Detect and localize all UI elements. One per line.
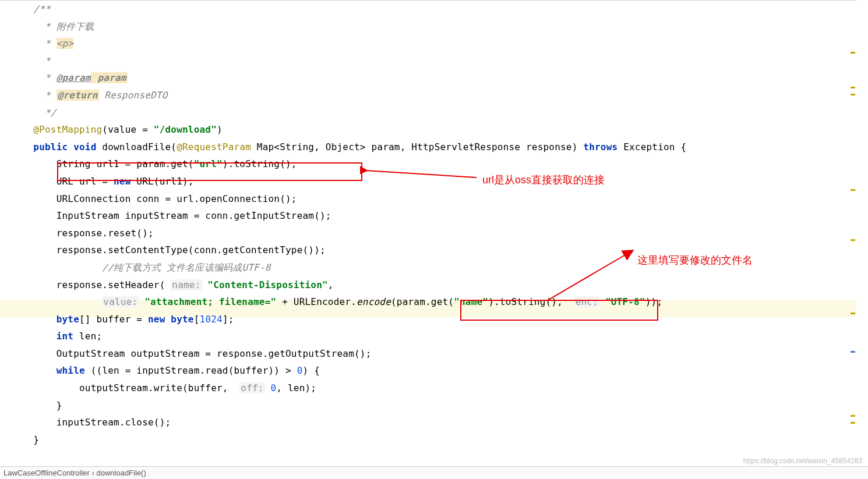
code-area[interactable]: /** * 附件下载 * <p> * * @param param * @ret… — [10, 1, 856, 448]
breadcrumb-class[interactable]: LawCaseOfflineController — [3, 469, 90, 477]
breadcrumb-method[interactable]: downloadFile() — [96, 469, 146, 477]
breadcrumb-separator: › — [90, 469, 97, 477]
watermark: https://blog.csdn.net/weixin_45854283 — [743, 457, 862, 465]
code-editor[interactable]: /** * 附件下载 * <p> * * @param param * @ret… — [0, 0, 856, 466]
editor-error-stripe — [849, 1, 856, 466]
annotation-label-1: url是从oss直接获取的连接 — [482, 173, 605, 187]
code-text: /** * 附件下载 * <p> * * @param param * @ret… — [10, 1, 856, 448]
breadcrumb[interactable]: LawCaseOfflineController › downloadFile(… — [0, 466, 868, 479]
annotation-label-2: 这里填写要修改的文件名 — [637, 253, 753, 267]
